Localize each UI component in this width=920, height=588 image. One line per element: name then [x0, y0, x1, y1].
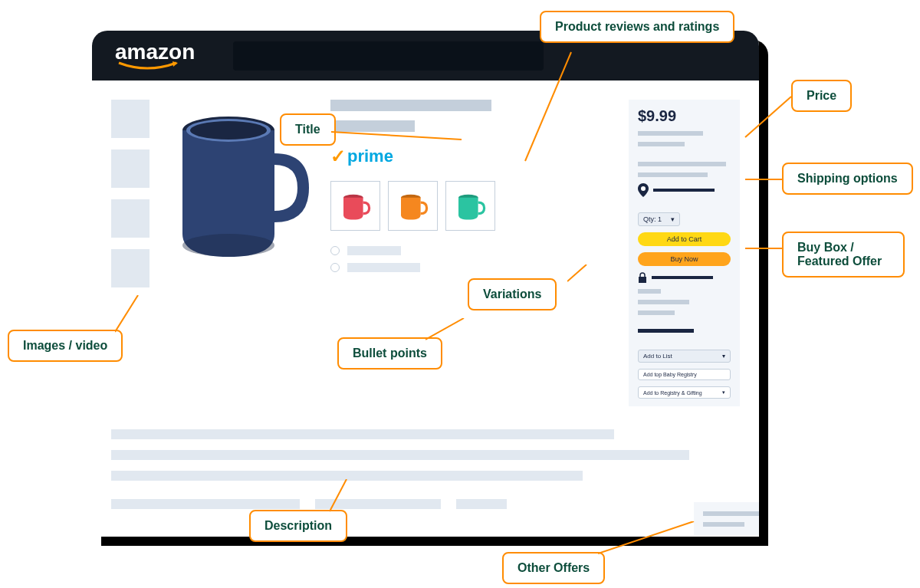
amazon-logo: amazon: [115, 40, 195, 72]
buy-box: $9.99 Qty: 1 ▾ Add to Cart Buy Now: [629, 100, 740, 406]
detail-line: [638, 289, 661, 294]
chevron-down-icon: ▾: [722, 389, 725, 396]
search-input[interactable]: [233, 41, 544, 71]
desc-row: [111, 499, 740, 520]
svg-rect-8: [639, 277, 646, 283]
add-registry-gifting-button[interactable]: Add to Registry & Gifting ▾: [638, 386, 731, 399]
desc-chunk: [456, 499, 507, 509]
desc-chunk: [111, 499, 300, 509]
callout-variations: Variations: [468, 278, 557, 310]
price-text: $9.99: [638, 107, 731, 125]
detail-dark-line: [638, 329, 694, 333]
desc-line: [111, 450, 689, 460]
browser-frame: amazon ✓ prime: [92, 31, 759, 537]
prime-badge: ✓ prime: [330, 146, 615, 167]
reviews-placeholder: [330, 120, 415, 132]
thumbnail-2[interactable]: [111, 149, 150, 188]
variation-red[interactable]: [330, 181, 380, 231]
callout-bullets: Bullet points: [337, 337, 442, 370]
detail-line: [638, 300, 689, 304]
smile-icon: [115, 61, 180, 72]
variation-teal[interactable]: [445, 181, 495, 231]
variation-orange[interactable]: [388, 181, 438, 231]
add-to-list-label: Add to List: [643, 353, 672, 360]
bullet-row-1: [330, 246, 615, 255]
desc-chunk: [315, 499, 441, 509]
bullet-text-1: [347, 246, 401, 255]
bullet-row-2: [330, 263, 615, 272]
description-section: [92, 406, 759, 535]
callout-buybox: Buy Box / Featured Offer: [782, 232, 905, 278]
callout-title: Title: [280, 113, 336, 146]
delivery-location[interactable]: [638, 183, 731, 197]
callout-shipping: Shipping options: [782, 163, 913, 195]
chevron-down-icon: ▾: [671, 215, 675, 223]
bullet-dot-icon: [330, 246, 340, 255]
registry-gifting-label: Add to Registry & Gifting: [643, 390, 702, 396]
quantity-select[interactable]: Qty: 1 ▾: [638, 212, 680, 226]
svg-point-7: [641, 186, 646, 191]
secure-transaction: [638, 272, 731, 283]
callout-price: Price: [791, 80, 852, 112]
thumbnail-4[interactable]: [111, 249, 150, 287]
bullet-points: [330, 246, 615, 272]
svg-point-2: [190, 121, 267, 140]
svg-point-3: [182, 234, 274, 257]
chevron-down-icon: ▾: [722, 353, 725, 360]
qty-label: Qty: 1: [643, 215, 662, 223]
desc-line: [111, 471, 583, 481]
thumbnail-3[interactable]: [111, 199, 150, 238]
offer-line: [703, 522, 744, 527]
shipping-line-2: [638, 172, 708, 177]
bullet-dot-icon: [330, 263, 340, 272]
desc-line: [111, 429, 614, 439]
callout-description: Description: [249, 510, 347, 542]
add-baby-registry-button[interactable]: Add top Baby Registry: [638, 369, 731, 380]
add-to-list-button[interactable]: Add to List ▾: [638, 350, 731, 363]
buy-now-button[interactable]: Buy Now: [638, 252, 731, 266]
shipping-line-1: [638, 162, 726, 166]
price-sub-line-2: [638, 142, 685, 146]
other-offers-box: [694, 502, 759, 536]
bullet-text-2: [347, 263, 420, 272]
price-sub-line: [638, 131, 703, 136]
location-text: [653, 189, 715, 192]
add-to-cart-button[interactable]: Add to Cart: [638, 232, 731, 246]
detail-line: [638, 310, 675, 315]
callout-images: Images / video: [8, 330, 123, 362]
offer-line: [703, 511, 759, 516]
callout-reviews: Product reviews and ratings: [540, 11, 734, 43]
variation-swatches: [330, 181, 615, 231]
location-pin-icon: [638, 183, 649, 197]
callout-other-offers: Other Offers: [502, 552, 605, 584]
secure-text: [652, 276, 713, 279]
prime-text: prime: [347, 146, 393, 166]
product-title-placeholder: [330, 100, 491, 111]
thumbnail-1[interactable]: [111, 100, 150, 138]
lock-icon: [638, 272, 647, 283]
check-icon: ✓: [330, 146, 346, 167]
